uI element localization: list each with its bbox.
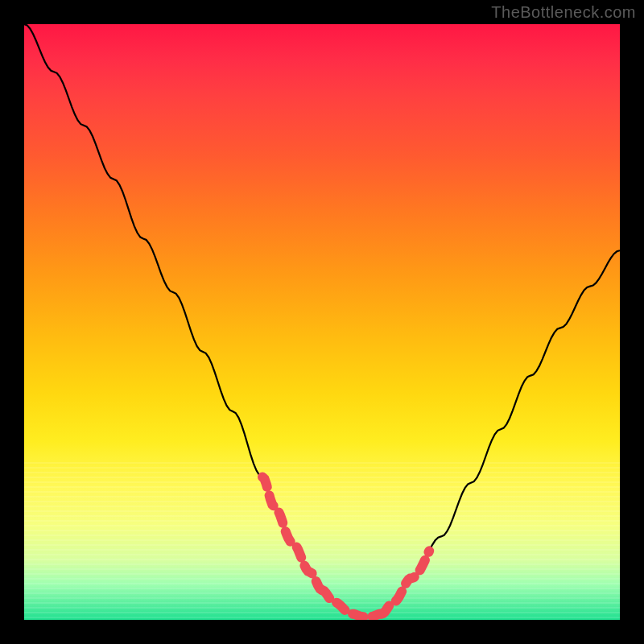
bottleneck-curve [24,24,620,617]
plot-area [24,24,620,620]
highlight-left [262,477,322,590]
highlight-right [382,551,429,613]
curve-svg [24,24,620,620]
highlight-bottom [322,590,382,617]
watermark-text: TheBottleneck.com [491,3,636,22]
